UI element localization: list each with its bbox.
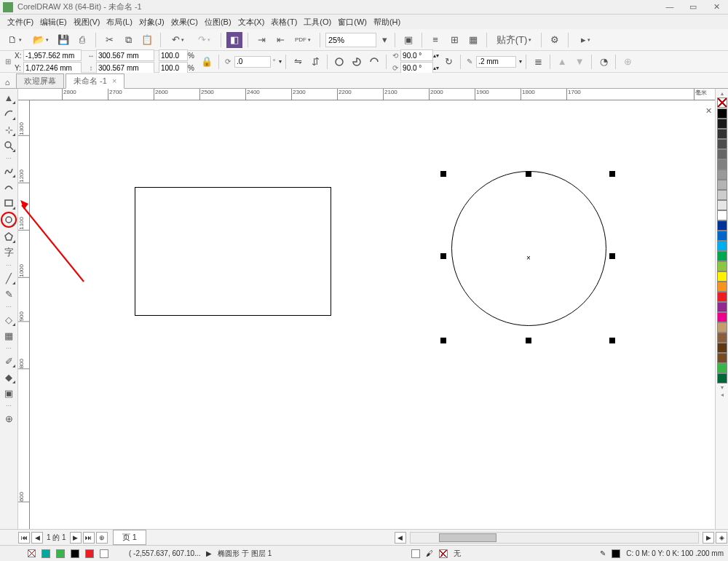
status-swatch[interactable] — [71, 549, 79, 558]
new-button[interactable]: 🗋 — [3, 32, 26, 48]
home-icon[interactable]: ⌂ — [0, 76, 15, 88]
rectangle-shape[interactable] — [135, 187, 331, 316]
scroll-left-button[interactable]: ◀ — [395, 532, 406, 544]
color-swatch[interactable] — [717, 119, 727, 129]
group-button[interactable]: ▦ — [465, 32, 481, 48]
status-swatch[interactable] — [56, 549, 65, 558]
color-swatch[interactable] — [717, 353, 727, 363]
color-swatch[interactable] — [717, 108, 727, 119]
color-swatch[interactable] — [717, 261, 727, 271]
shape-tool[interactable] — [1, 106, 16, 121]
canvas[interactable]: 2800270026002500240023002200210020001900… — [18, 89, 715, 529]
selection-handle[interactable] — [440, 338, 446, 343]
selection-handle[interactable] — [609, 253, 615, 259]
first-page-button[interactable]: ⏮ — [18, 532, 30, 544]
status-swatch[interactable] — [100, 549, 108, 558]
color-swatch[interactable] — [717, 282, 727, 292]
mirror-v-button[interactable]: ⇵ — [307, 54, 323, 70]
fullscreen-button[interactable]: ▣ — [400, 32, 416, 48]
pick-tool[interactable]: ▲ — [1, 90, 16, 105]
arc-mode-button[interactable] — [366, 54, 382, 70]
color-swatch[interactable] — [717, 363, 727, 373]
navigator-button[interactable]: ◈ — [716, 532, 727, 544]
outline-paint-icon[interactable]: ✎ — [600, 549, 606, 557]
horizontal-ruler[interactable]: 2800270026002500240023002200210020001900… — [18, 89, 715, 100]
color-swatch[interactable] — [717, 231, 727, 241]
color-swatch[interactable] — [717, 302, 727, 312]
menu-view[interactable]: 视图(V) — [71, 15, 103, 29]
color-swatch[interactable] — [717, 210, 727, 220]
drop-shadow-tool[interactable]: ◇ — [1, 312, 16, 327]
cut-button[interactable]: ✂ — [101, 32, 117, 48]
launch-button[interactable]: ▸ — [574, 32, 597, 48]
selection-handle[interactable] — [440, 171, 446, 177]
menu-window[interactable]: 窗口(W) — [335, 15, 370, 29]
wrap-text-button[interactable]: ≣ — [530, 54, 546, 70]
zoom-input[interactable] — [325, 33, 376, 47]
scale-x-input[interactable] — [159, 49, 188, 61]
convert-curves-button[interactable]: ◔ — [596, 54, 612, 70]
menu-help[interactable]: 帮助(H) — [371, 15, 403, 29]
paste-button[interactable]: 📋 — [139, 32, 155, 48]
selection-handle[interactable] — [440, 253, 446, 259]
zoom-tool[interactable] — [1, 138, 16, 153]
last-page-button[interactable]: ⏭ — [83, 532, 95, 544]
menu-table[interactable]: 表格(T) — [268, 15, 300, 29]
rectangle-tool[interactable] — [1, 196, 16, 210]
width-input[interactable] — [96, 49, 154, 61]
color-swatch[interactable] — [717, 322, 727, 333]
selection-handle[interactable] — [526, 338, 531, 343]
ellipse-tool[interactable] — [1, 212, 17, 228]
color-swatch[interactable] — [717, 373, 727, 383]
status-swatch[interactable] — [41, 549, 50, 558]
page-tab[interactable]: 页 1 — [113, 530, 146, 545]
status-swatch[interactable] — [85, 549, 94, 558]
copy-button[interactable]: ⧉ — [120, 32, 136, 48]
x-position-input[interactable] — [23, 49, 82, 61]
color-swatch[interactable] — [717, 292, 727, 302]
color-swatch[interactable] — [717, 159, 727, 170]
fill-none-icon[interactable] — [439, 549, 448, 558]
y-position-input[interactable] — [23, 62, 82, 73]
menu-edit[interactable]: 编辑(E) — [37, 15, 70, 29]
quick-custom-button[interactable]: ⊕ — [620, 54, 636, 70]
scale-y-input[interactable] — [159, 62, 188, 73]
mirror-h-button[interactable]: ⇋ — [290, 54, 306, 70]
menu-layout[interactable]: 布局(L) — [103, 15, 135, 29]
transparency-tool[interactable]: ▦ — [1, 328, 16, 343]
vertical-ruler[interactable]: 1300120011001000900800600 — [18, 100, 30, 529]
smart-fill-tool[interactable]: ▣ — [1, 386, 16, 400]
lock-ratio-button[interactable]: 🔒 — [199, 54, 215, 70]
tab-welcome[interactable]: 欢迎屏幕 — [16, 73, 64, 88]
tab-close-icon[interactable]: × — [112, 76, 116, 85]
pie-mode-button[interactable] — [349, 54, 365, 70]
color-swatch[interactable] — [717, 139, 727, 149]
close-button[interactable]: ✕ — [708, 2, 725, 12]
selection-handle[interactable] — [526, 171, 531, 177]
polygon-tool[interactable] — [1, 229, 16, 244]
snap-button[interactable]: 贴齐(T) — [492, 32, 536, 48]
color-swatch[interactable] — [717, 333, 727, 343]
color-swatch[interactable] — [717, 129, 727, 139]
tab-document[interactable]: 未命名 -1 × — [66, 73, 124, 89]
next-page-button[interactable]: ▶ — [70, 532, 82, 544]
print-button[interactable]: ⎙ — [74, 32, 90, 48]
ellipse-shape[interactable] — [451, 171, 606, 326]
dimension-tool[interactable]: ╱ — [1, 271, 16, 285]
zoom-dropdown[interactable]: ▾ — [379, 32, 389, 48]
add-page-button[interactable]: ⊕ — [96, 532, 108, 544]
quick-customize-tool[interactable]: ⊕ — [1, 411, 16, 426]
ellipse-mode-button[interactable] — [331, 54, 347, 70]
scrollbar-thumb[interactable] — [439, 533, 496, 542]
color-swatch[interactable] — [717, 149, 727, 159]
eyedropper-tool[interactable]: ✐ — [1, 354, 16, 368]
menu-object[interactable]: 对象(J) — [136, 15, 167, 29]
import-button[interactable]: ⇥ — [253, 32, 269, 48]
color-swatch[interactable] — [717, 241, 727, 251]
redo-button[interactable]: ↷ — [192, 32, 215, 48]
front-button[interactable]: ▲ — [554, 54, 570, 70]
end-angle-input[interactable] — [400, 62, 433, 73]
align-button[interactable]: ≡ — [427, 32, 443, 48]
selection-handle[interactable] — [609, 338, 615, 343]
play-icon[interactable]: ▶ — [206, 549, 212, 557]
